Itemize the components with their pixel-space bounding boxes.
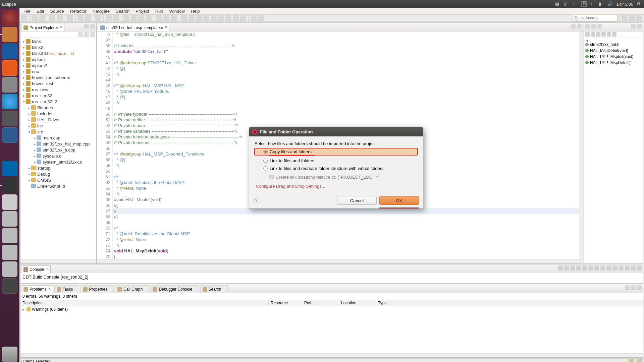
tree-item[interactable]: ▸Debug	[20, 171, 96, 177]
scrollbar-h[interactable]	[20, 259, 96, 263]
console-btn[interactable]	[564, 265, 569, 270]
tb-back[interactable]	[251, 15, 257, 21]
tb-hammer[interactable]	[77, 15, 84, 21]
tb-step4[interactable]	[203, 15, 209, 21]
console-btn[interactable]	[582, 265, 587, 270]
scrollbar-h[interactable]	[20, 353, 643, 357]
launcher-dash[interactable]	[2, 10, 17, 25]
tb-saveall[interactable]	[39, 15, 45, 21]
close-icon[interactable]: ✕	[59, 25, 63, 29]
tb-step8[interactable]	[233, 15, 239, 21]
tb-print[interactable]	[57, 15, 63, 21]
scrollbar-h[interactable]	[97, 259, 583, 263]
column-header[interactable]: Location	[339, 300, 376, 306]
status-updates-icon[interactable]	[637, 359, 642, 362]
printer-icon[interactable]: ⎙	[564, 1, 569, 7]
tb-newfile[interactable]	[156, 15, 162, 21]
tree-item[interactable]: ▸CMSIS	[20, 177, 96, 183]
menu-refactor[interactable]: Refactor	[67, 8, 89, 14]
tree-item[interactable]: ▸Includes	[20, 111, 96, 117]
gear-icon[interactable]: ⚙	[637, 1, 642, 7]
maximize-icon[interactable]	[637, 285, 642, 290]
launcher-software[interactable]	[2, 60, 17, 76]
tree-item[interactable]: ▸inc	[20, 123, 96, 129]
launcher-app[interactable]	[2, 111, 17, 126]
launcher-drive2[interactable]	[2, 228, 17, 243]
tb-run[interactable]	[131, 15, 137, 21]
console-btn[interactable]	[600, 265, 605, 270]
project-explorer-tab[interactable]: Project Explorer ✕	[21, 24, 64, 31]
tb-step1[interactable]	[181, 15, 187, 21]
collapse-all-icon[interactable]	[78, 32, 83, 37]
outline-filter6[interactable]	[612, 32, 616, 37]
menu-window[interactable]: Window	[167, 8, 187, 14]
outline-filter4[interactable]	[601, 32, 606, 37]
console-btn[interactable]	[606, 265, 611, 270]
menu-file[interactable]: File	[21, 8, 33, 14]
launcher-trash[interactable]	[2, 347, 17, 362]
outline-filter1[interactable]	[585, 32, 590, 37]
menu-search[interactable]: Search	[113, 8, 132, 14]
launcher-gedit[interactable]	[2, 194, 17, 210]
tb-step7[interactable]	[225, 15, 231, 21]
outline-btn2[interactable]	[591, 24, 596, 28]
column-header[interactable]: Resource	[269, 300, 302, 306]
maximize-icon[interactable]	[577, 24, 582, 28]
tb-save[interactable]	[32, 15, 38, 21]
tree-item[interactable]: ▸stm32f1xx_hal_msp.cpp	[20, 141, 96, 147]
tb-wand[interactable]	[171, 15, 177, 21]
tree-item[interactable]: ▸startup	[20, 165, 96, 171]
project-tree[interactable]: ▸blink▸blink2▸blink3 [blink3 master ↑ 1]…	[20, 38, 96, 259]
link-editor-icon[interactable]	[84, 32, 89, 37]
maximize-icon[interactable]	[637, 24, 642, 28]
tree-item[interactable]: ▸diplom	[20, 56, 96, 62]
keyboard-lang[interactable]: En	[581, 1, 587, 7]
minimize-icon[interactable]	[571, 24, 576, 28]
outline-item[interactable]: HAL_PPP_MspDeInit(	[585, 60, 642, 66]
tb-step2[interactable]	[189, 15, 195, 21]
tb-undo[interactable]	[67, 15, 73, 21]
tb-box[interactable]	[95, 15, 101, 21]
volume-icon[interactable]: 🔊	[607, 1, 613, 7]
launcher-browser[interactable]	[2, 94, 17, 109]
outline-filter2[interactable]	[591, 32, 595, 37]
launcher-app2[interactable]	[2, 278, 17, 294]
tb-step5[interactable]	[211, 15, 217, 21]
menu-edit[interactable]: Edit	[34, 8, 47, 14]
launcher-vbox[interactable]	[2, 127, 17, 143]
launcher-files[interactable]	[2, 27, 17, 42]
menu-source[interactable]: Source	[47, 8, 66, 14]
console-btn[interactable]	[612, 265, 618, 270]
tree-item[interactable]: ▸Binaries	[20, 105, 96, 111]
tree-item[interactable]: ▸diplom2	[20, 62, 96, 68]
launcher-drive1[interactable]	[2, 211, 17, 227]
tb-step6[interactable]	[218, 15, 224, 21]
tb-step9[interactable]	[240, 15, 246, 21]
tree-item[interactable]: ▸blink2	[20, 44, 96, 50]
tree-item[interactable]: ▸syscalls.c	[20, 153, 96, 159]
menu-help[interactable]: Help	[188, 8, 203, 14]
tree-item[interactable]: ▸system_stm32f1xx.c	[20, 159, 96, 165]
outline-item[interactable]: stm32f1xx_hal.h	[585, 42, 642, 48]
tree-item[interactable]: ▸enc	[20, 68, 96, 74]
menu-project[interactable]: Project	[133, 8, 152, 14]
minimize-icon[interactable]	[631, 265, 636, 270]
launcher-arduino[interactable]	[2, 161, 17, 176]
tree-item[interactable]: LinkerScript.ld	[20, 183, 96, 189]
clock[interactable]: 14:45:06	[616, 2, 633, 7]
launcher-settings[interactable]	[2, 77, 17, 93]
tab-search[interactable]: Search	[200, 285, 228, 293]
column-header[interactable]: Type	[376, 300, 643, 306]
wifi-icon[interactable]: ⸼	[573, 1, 578, 7]
apps-icon[interactable]: ▦	[555, 1, 560, 7]
tb-refresh[interactable]	[113, 15, 119, 21]
scrollbar-v[interactable]	[579, 32, 583, 259]
console-btn[interactable]	[625, 265, 630, 270]
outline-item[interactable]: HAL_PPP_MspInit(void)	[585, 54, 642, 60]
tb-runlast[interactable]	[138, 15, 144, 21]
tb-persp3[interactable]	[636, 15, 642, 21]
minimize-icon[interactable]	[84, 24, 89, 28]
tb-step3[interactable]	[196, 15, 202, 21]
code-editor[interactable]: 3373839404142434445464748495051525354555…	[97, 32, 583, 259]
outline-btn3[interactable]	[597, 24, 602, 28]
